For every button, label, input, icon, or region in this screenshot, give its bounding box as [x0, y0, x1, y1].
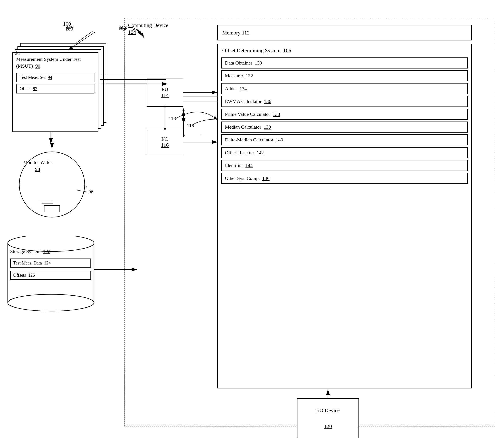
comp-data-obtainer: Data Obtainer 130 — [221, 57, 468, 68]
ref-118-text: 118 — [169, 116, 176, 121]
msut-stack: Measurement System Under Test (MSUT) 90 … — [12, 43, 107, 132]
comp-identifier: Identifier 144 — [221, 160, 468, 171]
memory-box: Memory 112 — [217, 25, 472, 40]
msut-title: Measurement System Under Test (MSUT) 90 — [13, 53, 98, 70]
test-meas-data-box: Test Meas. Data 124 — [10, 258, 91, 268]
computing-device-box: Computing Device 104 PU 114 I/O 116 Memo… — [124, 18, 495, 427]
storage-label: Storage System 122 — [10, 249, 50, 254]
comp-measurer: Measurer 132 — [221, 70, 468, 81]
ref-96-text: 96 — [89, 189, 93, 194]
comp-ewma: EWMA Calculator 136 — [221, 96, 468, 107]
ods-title: Offset Determining System 106 — [218, 44, 471, 56]
storage-system: Storage System 122 Test Meas. Data 124 O… — [7, 236, 95, 316]
comp-offset-resetter: Offset Resetter 142 — [221, 147, 468, 158]
ods-box: Offset Determining System 106 Data Obtai… — [217, 44, 472, 388]
pu-box: PU 114 — [147, 78, 183, 107]
monitor-wafer-label: Monitor Wafer 98 — [22, 159, 53, 173]
offsets-box: Offsets 126 — [10, 271, 91, 280]
comp-prime-value: Prime Value Calculator 138 — [221, 109, 468, 120]
io-device-box: I/O Device 120 — [297, 398, 359, 438]
comp-median: Median Calculator 139 — [221, 121, 468, 133]
svg-point-28 — [8, 294, 94, 311]
ref-100: 100 — [63, 21, 71, 27]
io-inner-box: I/O 116 — [147, 129, 183, 155]
comp-adder: Adder 134 — [221, 83, 468, 94]
comp-delta-median: Delta-Median Calculator 140 — [221, 134, 468, 145]
diagram: 100 91 102 96 118 — [0, 0, 504, 445]
test-meas-set-box: Test Meas. Set 94 — [16, 73, 94, 82]
svg-rect-18 — [44, 205, 60, 212]
computing-device-title: Computing Device 104 — [128, 22, 168, 35]
comp-other: Other Sys. Comp. 146 — [221, 173, 468, 184]
offset-box: Offset 92 — [16, 84, 94, 93]
